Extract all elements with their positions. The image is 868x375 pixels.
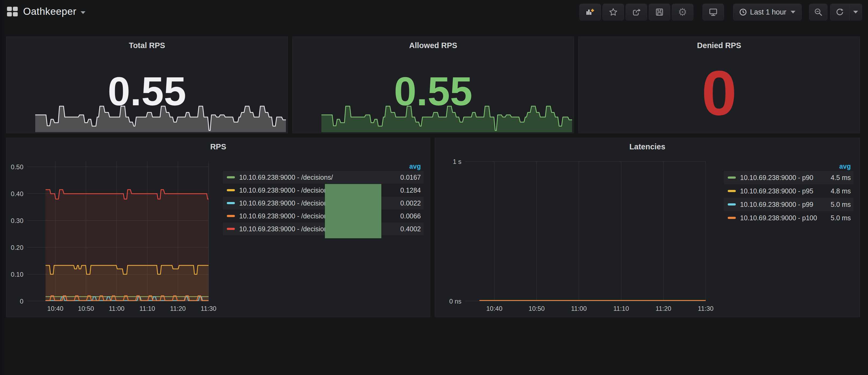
dashboard-title-button[interactable]: Oathkeeper xyxy=(7,6,86,17)
series-avg-value: 0.0066 xyxy=(400,212,421,220)
series-label: 10.10.69.238:9000 - /decisions/ xyxy=(239,225,333,233)
x-axis-tick-label: 10:50 xyxy=(78,305,94,312)
series-avg-value: 5.0 ms xyxy=(831,214,851,222)
panel-denied-rps: Denied RPS 0 xyxy=(578,36,860,133)
series-color-swatch[interactable] xyxy=(227,215,235,217)
legend-avg-header[interactable]: avg xyxy=(223,162,424,171)
series-avg-value: 4.8 ms xyxy=(831,187,851,195)
add-panel-button[interactable] xyxy=(579,4,601,21)
series-color-swatch[interactable] xyxy=(227,202,235,204)
panel-title[interactable]: Allowed RPS xyxy=(293,41,574,50)
series-label: 10.10.69.238:9000 - /decisions/ xyxy=(239,186,333,194)
legend-avg-header[interactable]: avg xyxy=(724,162,854,171)
series-label: 10.10.69.238:9000 - p99 xyxy=(740,201,813,209)
series-color-swatch[interactable] xyxy=(227,189,235,191)
latencies-legend: avg 10.10.69.238:9000 - p90 4.5 ms 10.10… xyxy=(724,162,854,225)
x-axis-tick-label: 10:50 xyxy=(529,305,545,312)
star-icon xyxy=(609,7,618,17)
toolbar: ⚙ Last 1 hour xyxy=(578,4,862,21)
series-label: 10.10.69.238:9000 - p95 xyxy=(740,187,813,195)
dashboard-title: Oathkeeper xyxy=(23,6,76,17)
y-axis-tick-label: 0.20 xyxy=(0,244,23,251)
zoom-out-icon xyxy=(814,8,823,17)
y-axis-tick-label: 0.30 xyxy=(0,217,23,225)
add-panel-icon xyxy=(586,8,595,16)
series-label: 10.10.69.238:9000 - /decisions/ xyxy=(239,212,333,220)
chevron-down-icon xyxy=(790,11,796,13)
series-color-swatch[interactable] xyxy=(728,217,736,219)
y-axis-tick-label: 1 s xyxy=(437,158,461,165)
green-overlay-artifact xyxy=(325,184,381,238)
x-axis-tick-label: 11:20 xyxy=(170,305,186,312)
chevron-down-icon xyxy=(81,11,86,14)
panel-title[interactable]: RPS xyxy=(6,143,430,151)
panel-title[interactable]: Latencies xyxy=(435,143,860,151)
legend-row[interactable]: 10.10.69.238:9000 - /decisions/ 0.0022 xyxy=(223,197,424,210)
series-color-swatch[interactable] xyxy=(227,176,235,178)
star-button[interactable] xyxy=(602,4,624,21)
refresh-button[interactable] xyxy=(830,4,849,21)
monitor-icon xyxy=(709,7,718,17)
x-axis-tick-label: 11:30 xyxy=(698,305,713,312)
x-axis-tick-label: 11:10 xyxy=(613,305,629,312)
panel-latencies-graph: Latencies 10:4010:5011:0011:1011:2011:30… xyxy=(435,138,860,317)
chevron-down-icon xyxy=(853,11,858,13)
stat-value: 0 xyxy=(579,62,860,125)
refresh-group xyxy=(830,4,862,21)
series-color-swatch[interactable] xyxy=(728,204,736,206)
legend-row[interactable]: 10.10.69.238:9000 - p90 4.5 ms xyxy=(724,171,854,184)
gear-icon: ⚙ xyxy=(678,7,687,17)
zoom-out-button[interactable] xyxy=(809,4,828,21)
panel-total-rps: Total RPS 0.55 xyxy=(6,36,288,133)
cycle-view-button[interactable] xyxy=(703,4,724,21)
panel-title[interactable]: Total RPS xyxy=(6,41,287,50)
navbar: Oathkeeper xyxy=(0,0,868,26)
x-axis-tick-label: 11:20 xyxy=(656,305,671,312)
x-axis-tick-label: 11:00 xyxy=(571,305,587,312)
panel-title[interactable]: Denied RPS xyxy=(579,41,860,50)
dashboard-grid-icon xyxy=(7,7,18,17)
x-axis-tick-label: 10:40 xyxy=(47,305,63,312)
stat-value: 0.55 xyxy=(293,71,574,112)
y-axis-tick-label: 0.10 xyxy=(0,271,23,278)
x-axis-tick-label: 11:10 xyxy=(140,305,155,312)
legend-row[interactable]: 10.10.69.238:9000 - /decisions/ 0.4002 xyxy=(223,222,424,235)
refresh-interval-button[interactable] xyxy=(849,4,862,21)
legend-row[interactable]: 10.10.69.238:9000 - /decisions/ 0.1284 xyxy=(223,184,424,197)
series-avg-value: 5.0 ms xyxy=(831,201,851,209)
stat-value: 0.55 xyxy=(6,71,287,112)
y-axis-tick-label: 0 xyxy=(0,298,23,305)
legend-row[interactable]: 10.10.69.238:9000 - /decisions/ 0.0167 xyxy=(223,171,424,184)
series-avg-value: 0.1284 xyxy=(400,186,421,194)
legend-row[interactable]: 10.10.69.238:9000 - p95 4.8 ms xyxy=(724,184,854,198)
series-avg-value: 0.4002 xyxy=(400,225,421,233)
time-range-label: Last 1 hour xyxy=(750,8,786,17)
grafana-dashboard: Oathkeeper xyxy=(0,0,868,375)
series-color-swatch[interactable] xyxy=(728,177,736,179)
x-axis-tick-label: 11:30 xyxy=(201,305,216,312)
latencies-chart[interactable]: 10:4010:5011:0011:1011:2011:301 s0 ns xyxy=(465,161,706,301)
x-axis-tick-label: 11:00 xyxy=(109,305,124,312)
x-axis-tick-label: 10:40 xyxy=(487,305,502,312)
rps-chart[interactable]: 10:4010:5011:0011:1011:2011:3000.100.200… xyxy=(27,161,209,301)
save-button[interactable] xyxy=(649,4,670,21)
y-axis-tick-label: 0.50 xyxy=(0,163,23,171)
series-label: 10.10.69.238:9000 - p100 xyxy=(740,214,817,222)
legend-row[interactable]: 10.10.69.238:9000 - p100 5.0 ms xyxy=(724,211,854,225)
y-axis-tick-label: 0.40 xyxy=(0,190,23,198)
share-button[interactable] xyxy=(626,4,647,21)
share-icon xyxy=(632,7,641,17)
legend-row[interactable]: 10.10.69.238:9000 - /decisions/ 0.0066 xyxy=(223,210,424,222)
refresh-icon xyxy=(835,8,844,17)
series-color-swatch[interactable] xyxy=(227,228,235,230)
series-avg-value: 0.0167 xyxy=(400,174,421,181)
series-avg-value: 0.0022 xyxy=(400,199,421,207)
time-range-picker[interactable]: Last 1 hour xyxy=(733,4,802,21)
legend-row[interactable]: 10.10.69.238:9000 - p99 5.0 ms xyxy=(724,198,854,211)
series-color-swatch[interactable] xyxy=(728,190,736,192)
series-label: 10.10.69.238:9000 - /decisions/ xyxy=(239,199,333,207)
panel-allowed-rps: Allowed RPS 0.55 xyxy=(292,36,574,133)
settings-button[interactable]: ⚙ xyxy=(672,4,693,21)
rps-legend: avg 10.10.69.238:9000 - /decisions/ 0.01… xyxy=(223,162,424,235)
series-label: 10.10.69.238:9000 - p90 xyxy=(740,174,813,182)
